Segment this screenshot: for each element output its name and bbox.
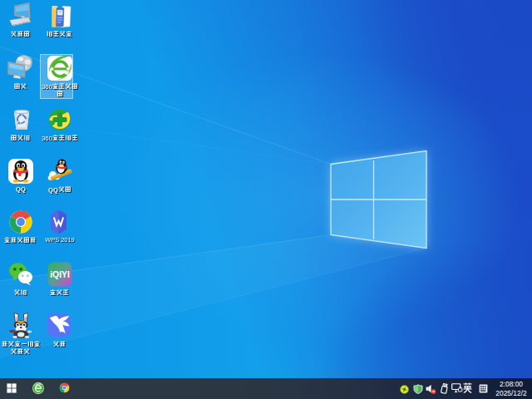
svg-text:360: 360 [42,135,53,142]
svg-text:360: 360 [42,83,53,91]
svg-text:iQIYI: iQIYI [50,270,70,279]
svg-text:QQ: QQ [48,186,58,194]
